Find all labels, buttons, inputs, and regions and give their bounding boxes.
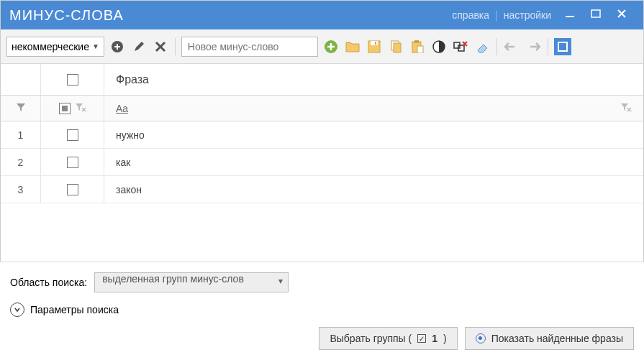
window-title: МИНУС-СЛОВА <box>9 7 124 24</box>
table-header-row: Фраза <box>1 64 643 96</box>
row-phrase[interactable]: нужно <box>104 121 643 149</box>
row-checkbox[interactable] <box>67 184 78 195</box>
filter-number-cell[interactable] <box>1 96 41 121</box>
paste-icon[interactable] <box>409 38 426 55</box>
table-row[interactable]: 2 как <box>1 149 643 176</box>
check-icon: ✓ <box>417 334 426 343</box>
open-folder-icon[interactable] <box>344 38 361 55</box>
row-phrase[interactable]: как <box>104 149 643 176</box>
separator <box>496 38 497 55</box>
select-groups-button[interactable]: Выбрать группы ( ✓ 1 ) <box>319 327 457 350</box>
help-link[interactable]: справка <box>452 9 489 21</box>
edit-icon[interactable] <box>130 38 148 55</box>
delete-icon[interactable] <box>152 38 169 55</box>
minimize-button[interactable] <box>557 9 583 22</box>
show-found-label: Показать найденные фразы <box>491 333 623 344</box>
separator <box>548 38 548 55</box>
save-icon[interactable] <box>366 38 383 55</box>
bottom-panel: Область поиска: выделенная групп минус-с… <box>0 262 644 360</box>
params-label: Параметры поиска <box>30 304 119 315</box>
redo-icon[interactable] <box>525 38 542 55</box>
svg-rect-8 <box>394 43 401 52</box>
row-phrase[interactable]: закон <box>104 176 643 203</box>
scope-label: Область поиска: <box>10 277 87 288</box>
svg-rect-10 <box>414 40 419 43</box>
table-filter-row: Aa <box>1 96 643 121</box>
title-bar: МИНУС-СЛОВА справка | настройки <box>1 1 643 29</box>
params-row[interactable]: Параметры поиска <box>10 303 634 317</box>
eye-icon <box>476 333 486 343</box>
filter-phrase-cell[interactable]: Aa <box>104 96 643 121</box>
contrast-icon[interactable] <box>430 38 448 55</box>
row-number: 3 <box>1 176 41 203</box>
chevron-down-icon: ▼ <box>92 42 99 50</box>
action-buttons-row: Выбрать группы ( ✓ 1 ) Показать найденны… <box>10 327 634 350</box>
copy-icon[interactable] <box>387 38 404 55</box>
group-dropdown[interactable]: некоммерческие ▼ <box>6 37 104 57</box>
col-checkbox-header[interactable] <box>41 64 104 95</box>
group-dropdown-label: некоммерческие <box>12 41 89 52</box>
select-groups-count: 1 <box>432 333 437 344</box>
case-toggle[interactable]: Aa <box>116 103 128 114</box>
remove-duplicates-icon[interactable] <box>452 38 469 55</box>
maximize-button[interactable] <box>583 9 609 22</box>
settings-link[interactable]: настройки <box>504 9 551 21</box>
filter-checkbox-cell[interactable] <box>41 96 104 121</box>
fullscreen-icon[interactable] <box>554 38 571 55</box>
add-group-icon[interactable] <box>109 38 126 55</box>
svg-rect-15 <box>558 42 567 51</box>
svg-rect-1 <box>591 10 600 17</box>
phrase-table: Фраза Aa 1 нужно 2 как 3 <box>1 64 643 203</box>
col-number-header <box>1 64 41 95</box>
funnel-clear-phrase-icon[interactable] <box>620 102 632 114</box>
select-all-checkbox[interactable] <box>67 74 78 86</box>
undo-icon[interactable] <box>503 38 520 55</box>
select-groups-close: ) <box>443 333 447 344</box>
toolbar: некоммерческие ▼ <box>1 29 643 64</box>
svg-rect-11 <box>417 46 423 53</box>
show-found-button[interactable]: Показать найденные фразы <box>465 327 634 350</box>
row-checkbox-cell[interactable] <box>41 121 104 149</box>
svg-rect-6 <box>375 42 376 45</box>
row-checkbox-cell[interactable] <box>41 149 104 176</box>
row-number: 2 <box>1 149 41 176</box>
select-groups-label: Выбрать группы ( <box>330 333 412 344</box>
table-row[interactable]: 1 нужно <box>1 121 643 149</box>
scope-select[interactable]: выделенная групп минус-слов <box>94 272 289 292</box>
new-minus-word-input[interactable] <box>181 37 318 57</box>
eraser-icon[interactable] <box>473 38 491 55</box>
svg-rect-5 <box>371 41 378 45</box>
row-checkbox[interactable] <box>67 157 78 168</box>
separator <box>175 38 176 55</box>
separator: | <box>495 9 498 21</box>
expand-params-icon[interactable] <box>10 303 24 317</box>
svg-rect-0 <box>566 16 574 17</box>
row-checkbox-cell[interactable] <box>41 176 104 203</box>
filter-checkbox-icon[interactable] <box>59 103 71 114</box>
col-phrase-header[interactable]: Фраза <box>104 64 643 95</box>
scope-select-wrap[interactable]: выделенная групп минус-слов <box>94 272 289 292</box>
close-button[interactable] <box>609 9 635 22</box>
table-row[interactable]: 3 закон <box>1 176 643 203</box>
add-word-icon[interactable] <box>322 38 340 55</box>
funnel-clear-icon[interactable] <box>75 102 86 114</box>
scope-row: Область поиска: выделенная групп минус-с… <box>10 272 634 292</box>
funnel-icon <box>16 102 26 114</box>
row-checkbox[interactable] <box>67 129 78 141</box>
row-number: 1 <box>1 121 41 149</box>
